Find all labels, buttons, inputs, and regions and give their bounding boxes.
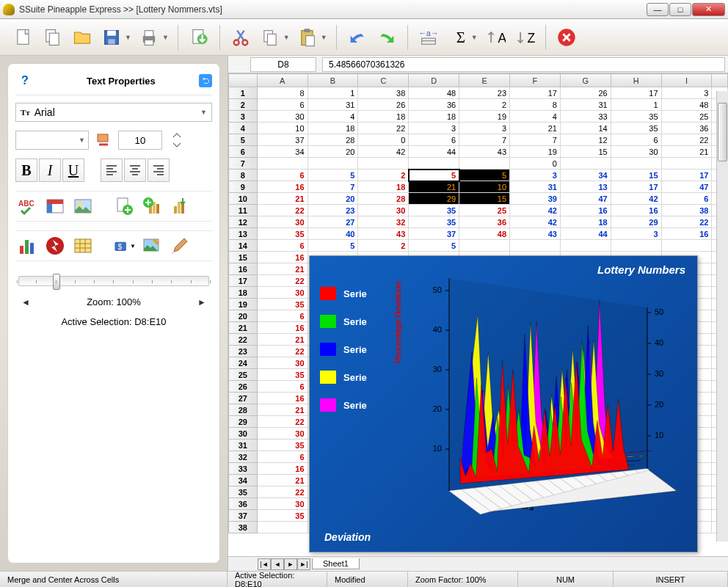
cell[interactable]: 35 [611, 111, 661, 123]
column-header[interactable]: B [307, 74, 358, 87]
column-header[interactable]: H [611, 74, 661, 87]
cell[interactable] [459, 240, 510, 252]
sheet-nav-next[interactable]: ► [284, 558, 297, 570]
cell[interactable]: 2 [459, 99, 510, 111]
cell[interactable]: 21 [257, 475, 307, 486]
cell[interactable]: 19 [510, 146, 561, 158]
cell[interactable]: 35 [611, 123, 661, 134]
font-size-input[interactable] [118, 131, 162, 150]
cell[interactable]: 17 [611, 181, 661, 193]
cell[interactable]: 6 [257, 310, 307, 322]
cell[interactable]: 6 [611, 134, 661, 146]
row-header[interactable]: 37 [229, 510, 258, 522]
cell[interactable]: 35 [257, 228, 307, 240]
cell[interactable]: 40 [307, 228, 358, 240]
cell[interactable]: 30 [611, 146, 661, 158]
table-button[interactable] [71, 234, 95, 258]
row-header[interactable]: 34 [229, 475, 258, 486]
cell[interactable]: 35 [257, 369, 307, 381]
cell[interactable]: 4 [307, 111, 358, 123]
zoom-out-button[interactable]: ◄ [15, 297, 36, 307]
cell[interactable]: 37 [257, 134, 307, 146]
cell[interactable]: 22 [358, 123, 409, 134]
exit-button[interactable] [555, 26, 578, 49]
merge-center-button[interactable]: ←a→ [417, 26, 440, 49]
cell[interactable] [358, 158, 409, 169]
cell[interactable]: 20 [307, 146, 358, 158]
row-header[interactable]: 25 [229, 369, 258, 381]
row-header[interactable]: 24 [229, 357, 258, 369]
cell[interactable]: 44 [560, 228, 611, 240]
cell[interactable] [611, 158, 661, 169]
row-header[interactable]: 10 [229, 193, 258, 205]
cell[interactable]: 38 [661, 205, 712, 216]
cell[interactable]: 5 [307, 240, 358, 252]
cell[interactable]: 7 [459, 134, 510, 146]
cell[interactable]: 21 [510, 123, 561, 134]
cell[interactable]: 35 [257, 510, 307, 522]
brush-button[interactable] [168, 234, 192, 258]
cell[interactable] [560, 158, 611, 169]
sort-desc-button[interactable]: Z [513, 26, 536, 49]
row-header[interactable]: 21 [229, 322, 258, 334]
cell[interactable]: 22 [661, 134, 712, 146]
cell[interactable]: 16 [661, 228, 712, 240]
cell[interactable]: 30 [257, 498, 307, 510]
cell[interactable]: 36 [409, 99, 459, 111]
add-page-button[interactable] [112, 194, 136, 218]
font-color-select[interactable]: ▼ [15, 131, 89, 150]
picture-edit-button[interactable] [140, 234, 164, 258]
cell[interactable]: 42 [510, 216, 561, 228]
cell[interactable]: 21 [257, 193, 307, 205]
cell[interactable]: 28 [358, 193, 409, 205]
cell[interactable]: 47 [661, 181, 712, 193]
cell[interactable]: 1 [611, 99, 661, 111]
cell[interactable]: 47 [560, 193, 611, 205]
cell[interactable]: 43 [459, 146, 510, 158]
help-icon[interactable]: ? [21, 74, 29, 87]
cell[interactable]: 31 [510, 181, 561, 193]
sheet-nav-prev[interactable]: ◄ [271, 558, 284, 570]
paste-button[interactable] [296, 26, 319, 49]
cell[interactable]: 6 [409, 134, 459, 146]
collapse-icon[interactable]: ⮌ [199, 74, 212, 87]
cell[interactable]: 29 [409, 193, 459, 205]
cell[interactable]: 7 [307, 181, 358, 193]
row-header[interactable]: 1 [229, 87, 258, 99]
cell[interactable]: 16 [257, 252, 307, 263]
minimize-button[interactable]: — [647, 3, 669, 16]
column-header[interactable]: E [459, 74, 510, 87]
row-header[interactable]: 18 [229, 287, 258, 299]
add-chart-button[interactable] [140, 194, 164, 218]
cell[interactable] [510, 240, 561, 252]
cell[interactable]: 8 [510, 99, 561, 111]
cell[interactable]: 33 [560, 111, 611, 123]
cell[interactable]: 35 [409, 216, 459, 228]
cell[interactable]: 0 [510, 158, 561, 169]
export-button[interactable] [187, 26, 211, 49]
cell[interactable]: 48 [459, 228, 510, 240]
cell[interactable]: 16 [257, 181, 307, 193]
row-header[interactable]: 8 [229, 169, 258, 181]
zoom-in-button[interactable]: ► [192, 297, 212, 307]
bold-button[interactable]: B [15, 158, 37, 182]
cell[interactable]: 16 [257, 322, 307, 334]
new-button[interactable] [12, 26, 35, 49]
cell-reference-input[interactable] [250, 57, 316, 72]
cell[interactable]: 5 [307, 169, 358, 181]
cell-format-button[interactable] [43, 194, 67, 218]
cell[interactable]: 42 [510, 205, 561, 216]
cell[interactable]: 31 [560, 99, 611, 111]
fill-color-button[interactable] [93, 131, 114, 150]
row-header[interactable]: 13 [229, 228, 258, 240]
cell[interactable]: 4 [510, 111, 561, 123]
align-center-button[interactable] [124, 158, 146, 182]
italic-button[interactable]: I [39, 158, 61, 182]
column-header[interactable]: D [409, 74, 459, 87]
sort-asc-button[interactable]: A [484, 26, 507, 49]
cell[interactable]: 10 [257, 123, 307, 134]
cell[interactable]: 35 [409, 205, 459, 216]
cell[interactable]: 32 [358, 216, 409, 228]
cell[interactable]: 16 [257, 393, 307, 404]
spellcheck-button[interactable]: ABC [15, 194, 39, 218]
